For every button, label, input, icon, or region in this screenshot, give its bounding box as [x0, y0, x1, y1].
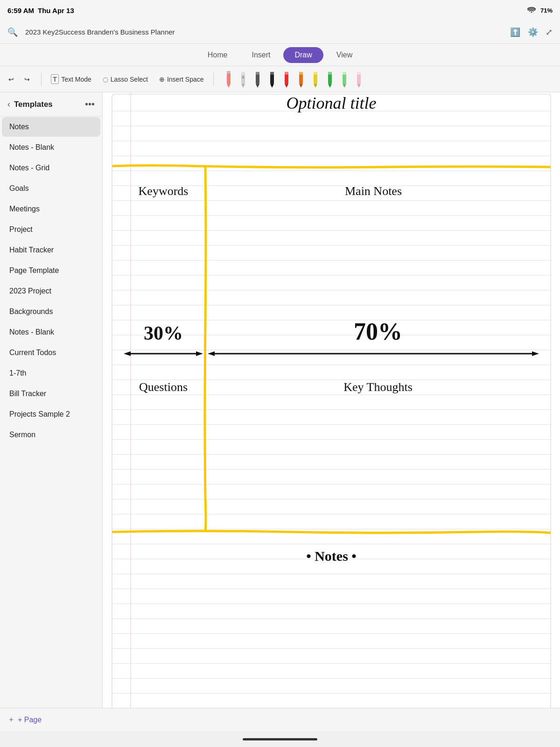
home-indicator [0, 731, 560, 747]
sidebar-item-notes-grid[interactable]: Notes - Grid [2, 158, 100, 178]
svg-marker-29 [357, 84, 361, 88]
pen-tools: A [222, 71, 365, 88]
search-icon[interactable]: 🔍 [7, 27, 18, 37]
svg-rect-21 [314, 72, 317, 75]
sidebar-item-current-todos[interactable]: Current Todos [2, 343, 100, 363]
sidebar-item-backgrounds[interactable]: Backgrounds [2, 302, 100, 321]
lasso-select-button[interactable]: ◌ Lasso Select [98, 73, 153, 86]
status-bar-right: 71% [527, 7, 553, 14]
sidebar-item-notes[interactable]: Notes [2, 117, 100, 137]
pen-dark[interactable] [251, 71, 264, 88]
fullscreen-icon[interactable]: ⤢ [546, 27, 553, 37]
svg-marker-23 [328, 84, 332, 88]
svg-rect-30 [357, 72, 361, 75]
undo-icon: ↩ [8, 76, 14, 83]
separator-1 [41, 73, 42, 86]
pen-pink[interactable] [222, 71, 235, 88]
sidebar-item-1-7th[interactable]: 1-7th [2, 363, 100, 383]
add-page-button[interactable]: ＋ + Page [7, 715, 42, 725]
pen-green[interactable] [323, 71, 336, 88]
sidebar-item-habit-tracker[interactable]: Habit Tracker [2, 240, 100, 260]
sidebar-item-2023-project[interactable]: 2023 Project [2, 281, 100, 301]
svg-rect-2 [227, 71, 231, 74]
pen-light-green[interactable] [338, 71, 351, 88]
battery: 71% [540, 7, 553, 14]
insert-space-icon: ⊕ [159, 76, 165, 83]
text-mode-icon: T [51, 74, 59, 84]
sidebar-item-meetings[interactable]: Meetings [2, 199, 100, 219]
add-page-icon: ＋ [7, 715, 15, 725]
sidebar-header-left: ‹ Templates [7, 99, 53, 109]
separator-2 [213, 73, 214, 86]
main-layout: ‹ Templates ••• Notes Notes - Blank Note… [0, 92, 560, 722]
more-icon[interactable]: ••• [85, 99, 95, 110]
svg-marker-14 [285, 84, 288, 88]
svg-text:30%: 30% [144, 322, 183, 344]
top-toolbar: 🔍 2023 Key2Success Branden's Business Pl… [0, 21, 560, 44]
lasso-label: Lasso Select [111, 76, 148, 83]
svg-rect-15 [285, 72, 288, 75]
day: Thu Apr 13 [38, 7, 74, 14]
sidebar: ‹ Templates ••• Notes Notes - Blank Note… [0, 92, 103, 722]
sidebar-item-projects-sample-2[interactable]: Projects Sample 2 [2, 405, 100, 424]
back-icon[interactable]: ‹ [7, 99, 10, 109]
insert-space-label: Insert Space [167, 76, 204, 83]
lasso-icon: ◌ [103, 76, 108, 83]
pen-eraser[interactable]: A [237, 71, 250, 88]
text-mode-button[interactable]: T Text Mode [46, 71, 96, 87]
svg-text:A: A [242, 75, 245, 79]
sidebar-item-notes-blank-2[interactable]: Notes - Blank [2, 322, 100, 342]
tab-insert[interactable]: Insert [240, 47, 281, 63]
pen-yellow[interactable] [309, 71, 322, 88]
nav-tabs: Home Insert Draw View [0, 44, 560, 66]
svg-text:Main Notes: Main Notes [345, 184, 402, 198]
pen-light-pink[interactable] [352, 71, 365, 88]
sidebar-title: Templates [14, 100, 53, 109]
tab-home[interactable]: Home [196, 47, 239, 63]
svg-text:Questions: Questions [139, 380, 188, 394]
svg-rect-18 [299, 72, 303, 75]
svg-rect-27 [343, 72, 346, 75]
redo-button[interactable]: ↪ [20, 73, 35, 86]
sidebar-item-page-template[interactable]: Page Template [2, 261, 100, 280]
sidebar-header: ‹ Templates ••• [0, 92, 102, 117]
svg-rect-24 [328, 72, 332, 75]
sidebar-item-bill-tracker[interactable]: Bill Tracker [2, 384, 100, 404]
sidebar-item-goals[interactable]: Goals [2, 179, 100, 198]
svg-marker-11 [270, 84, 274, 88]
svg-marker-26 [343, 84, 346, 88]
add-page-label: + Page [18, 716, 42, 724]
status-bar-left: 6:59 AM Thu Apr 13 [7, 7, 74, 14]
insert-space-button[interactable]: ⊕ Insert Space [154, 73, 209, 86]
pen-black[interactable] [266, 71, 279, 88]
text-mode-label: Text Mode [61, 76, 91, 83]
svg-marker-20 [314, 84, 317, 88]
svg-text:Keywords: Keywords [139, 184, 189, 198]
undo-button[interactable]: ↩ [4, 73, 19, 86]
svg-text:Optional title: Optional title [287, 94, 377, 112]
svg-rect-12 [270, 72, 274, 75]
sidebar-item-notes-blank[interactable]: Notes - Blank [2, 138, 100, 157]
top-toolbar-right: ⬆️ ⚙️ ⤢ [510, 27, 553, 37]
svg-rect-5 [241, 72, 245, 75]
tab-draw[interactable]: Draw [283, 47, 323, 63]
bottom-bar: ＋ + Page [0, 708, 560, 731]
sidebar-item-sermon[interactable]: Sermon [2, 425, 100, 445]
svg-marker-17 [299, 84, 303, 88]
svg-marker-4 [241, 84, 245, 88]
tab-view[interactable]: View [325, 47, 364, 63]
share-icon[interactable]: ⬆️ [510, 27, 520, 37]
canvas-area[interactable]: Optional title Keywords Main Notes 30% 7… [103, 92, 560, 722]
undo-redo: ↩ ↪ [4, 73, 35, 86]
svg-marker-8 [256, 84, 259, 88]
home-bar [243, 738, 317, 740]
redo-icon: ↪ [24, 76, 30, 83]
pen-red[interactable] [280, 71, 293, 88]
pen-orange[interactable] [294, 71, 308, 88]
wifi-icon [527, 7, 536, 14]
settings-icon[interactable]: ⚙️ [528, 27, 538, 37]
svg-marker-1 [227, 84, 231, 88]
notebook-canvas: Optional title Keywords Main Notes 30% 7… [103, 92, 560, 722]
svg-text:• Notes •: • Notes • [306, 548, 357, 564]
sidebar-item-project[interactable]: Project [2, 220, 100, 239]
